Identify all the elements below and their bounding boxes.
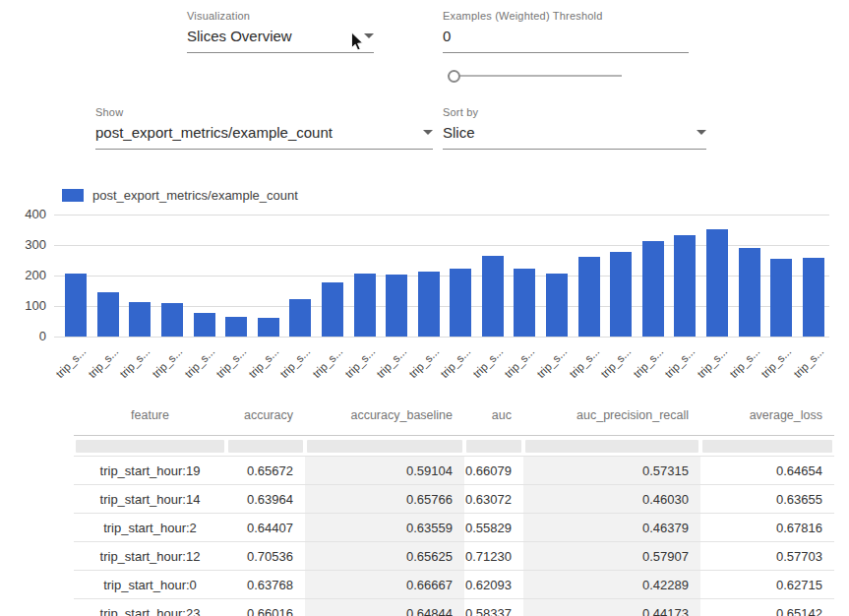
bar[interactable]: [97, 292, 119, 337]
column-header-auc[interactable]: auc: [464, 396, 523, 436]
column-header-auc_precision_recall[interactable]: auc_precision_recall: [523, 396, 700, 436]
table-cell: 0.63072: [464, 485, 523, 514]
table-header-row: featureaccuracyaccuracy_baselineaucauc_p…: [74, 396, 834, 436]
table-cell: 0.46379: [523, 514, 700, 542]
bar[interactable]: [354, 274, 376, 337]
bar[interactable]: [610, 252, 632, 337]
bar[interactable]: [482, 256, 504, 337]
table-cell: 0.58337: [464, 599, 523, 616]
table-cell: 0.57907: [523, 542, 700, 571]
table-cell: 0.64407: [226, 514, 305, 542]
bar[interactable]: [674, 235, 696, 337]
filter-input[interactable]: [76, 440, 224, 453]
column-filter-accuracy[interactable]: [226, 436, 305, 457]
table-cell: 0.62715: [700, 571, 834, 599]
metrics-table-container: featureaccuracyaccuracy_baselineaucauc_p…: [74, 396, 834, 616]
bar[interactable]: [65, 274, 87, 337]
filter-input[interactable]: [702, 440, 832, 453]
table-row: trip_start_hour:00.637680.666670.620930.…: [74, 571, 834, 599]
table-cell: trip_start_hour:19: [74, 457, 226, 485]
table-cell: 0.62093: [464, 571, 523, 599]
column-filter-auc_precision_recall[interactable]: [523, 436, 700, 457]
bar[interactable]: [194, 313, 215, 337]
table-cell: trip_start_hour:23: [74, 599, 226, 616]
y-axis-tick-label: 300: [5, 237, 46, 252]
bar[interactable]: [386, 275, 407, 337]
table-cell: 0.66079: [464, 457, 523, 485]
bar[interactable]: [225, 317, 247, 337]
table-cell: 0.65672: [226, 457, 305, 485]
table-cell: 0.65625: [305, 542, 464, 571]
slicing-metrics-browser: Visualization Slices Overview Examples (…: [0, 0, 849, 616]
table-cell: trip_start_hour:12: [74, 542, 226, 571]
bar[interactable]: [578, 257, 600, 337]
filter-input[interactable]: [525, 440, 698, 453]
table-cell: 0.70536: [226, 542, 305, 571]
bar-chart: 0100200300400trip_s...trip_s...trip_s...…: [0, 0, 849, 394]
bar[interactable]: [706, 229, 728, 337]
filter-input[interactable]: [307, 440, 462, 453]
bar[interactable]: [803, 258, 824, 337]
table-row: trip_start_hour:120.705360.656250.712300…: [74, 542, 834, 571]
y-axis-tick-label: 400: [5, 207, 46, 221]
y-axis-tick-label: 100: [5, 298, 46, 313]
table-row: trip_start_hour:20.644070.635590.558290.…: [74, 514, 834, 542]
table-cell: 0.42289: [523, 571, 700, 599]
table-row: trip_start_hour:140.639640.657660.630720…: [74, 485, 834, 514]
table-cell: 0.63655: [700, 485, 834, 514]
column-header-average_loss[interactable]: average_loss: [700, 396, 834, 436]
bar[interactable]: [129, 302, 151, 337]
column-header-accuracy_baseline[interactable]: accuracy_baseline: [305, 396, 464, 436]
bar[interactable]: [322, 282, 343, 337]
y-axis-tick-label: 0: [5, 329, 46, 343]
gridline: [54, 337, 829, 338]
table-cell: 0.46030: [523, 485, 700, 514]
table-filter-row: [74, 436, 834, 457]
bar[interactable]: [289, 299, 311, 337]
column-filter-accuracy_baseline[interactable]: [305, 436, 464, 457]
table-cell: 0.64654: [700, 457, 834, 485]
table-cell: 0.65766: [305, 485, 464, 514]
table-cell: 0.63768: [226, 571, 305, 599]
filter-input[interactable]: [466, 440, 521, 453]
bar[interactable]: [739, 248, 760, 337]
table-cell: 0.57315: [523, 457, 700, 485]
filter-input[interactable]: [228, 440, 303, 453]
bar[interactable]: [418, 272, 440, 337]
table-cell: 0.67816: [700, 514, 834, 542]
metrics-table: featureaccuracyaccuracy_baselineaucauc_p…: [74, 396, 834, 616]
bar[interactable]: [642, 241, 664, 337]
table-cell: 0.57703: [700, 542, 834, 571]
table-cell: 0.63964: [226, 485, 305, 514]
table-cell: trip_start_hour:14: [74, 485, 226, 514]
table-row: trip_start_hour:190.656720.591040.660790…: [74, 457, 834, 485]
table-cell: 0.64844: [305, 599, 464, 616]
bar[interactable]: [546, 274, 568, 337]
column-filter-auc[interactable]: [464, 436, 523, 457]
table-cell: 0.59104: [305, 457, 464, 485]
y-axis-tick-label: 200: [5, 268, 46, 282]
bar[interactable]: [450, 269, 471, 337]
column-header-accuracy[interactable]: accuracy: [226, 396, 305, 436]
table-cell: 0.66667: [305, 571, 464, 599]
bar[interactable]: [770, 259, 792, 337]
column-header-feature[interactable]: feature: [74, 396, 226, 436]
table-row: trip_start_hour:230.660160.648440.583370…: [74, 599, 834, 616]
table-cell: 0.65142: [700, 599, 834, 616]
bar[interactable]: [514, 269, 535, 337]
column-filter-feature[interactable]: [74, 436, 226, 457]
table-cell: trip_start_hour:0: [74, 571, 226, 599]
table-cell: 0.71230: [464, 542, 523, 571]
bar[interactable]: [161, 303, 183, 337]
bar[interactable]: [258, 318, 279, 337]
column-filter-average_loss[interactable]: [700, 436, 834, 457]
table-cell: 0.66016: [226, 599, 305, 616]
gridline: [54, 215, 829, 216]
table-cell: 0.44173: [523, 599, 700, 616]
table-cell: 0.55829: [464, 514, 523, 542]
table-cell: trip_start_hour:2: [74, 514, 226, 542]
table-cell: 0.63559: [305, 514, 464, 542]
